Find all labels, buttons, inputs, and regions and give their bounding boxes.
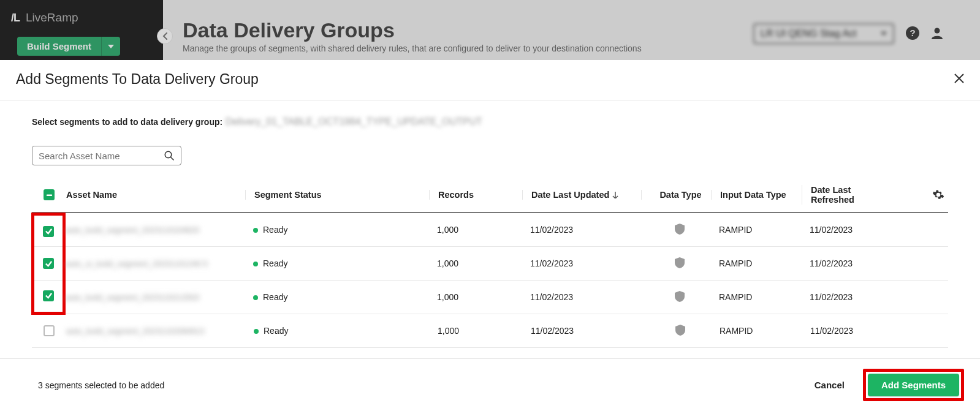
row-checkbox-cell — [32, 314, 66, 347]
add-segments-button[interactable]: Add Segments — [868, 374, 959, 396]
svg-point-3 — [165, 151, 172, 158]
add-segments-modal: Add Segments To Data Delivery Group Sele… — [0, 60, 980, 411]
table-row[interactable]: auto_build_segment_2023110212503Ready1,0… — [32, 281, 948, 314]
table-row[interactable]: auto_build_segment_2023110104920Ready1,0… — [32, 213, 948, 247]
cell-date-updated: 11/02/2023 — [522, 225, 640, 235]
cell-data-type — [640, 291, 710, 304]
row-checkbox[interactable] — [44, 325, 55, 336]
cell-input-data-type: RAMPID — [710, 225, 801, 235]
table-row[interactable]: auto_build_segment_20231102084913Ready1,… — [32, 314, 948, 348]
shield-icon — [675, 325, 685, 336]
col-data-type[interactable]: Data Type — [641, 190, 711, 200]
search-input[interactable] — [39, 151, 164, 161]
cell-segment-status: Ready — [245, 258, 428, 268]
cell-records: 1,000 — [428, 292, 522, 302]
search-icon — [164, 150, 175, 161]
col-date-last-refreshed[interactable]: Date Last Refreshed — [802, 185, 892, 205]
col-asset-name[interactable]: Asset Name — [66, 190, 245, 200]
search-field[interactable] — [32, 146, 181, 165]
cell-date-refreshed: 11/02/2023 — [801, 258, 892, 268]
cell-date-updated: 11/02/2023 — [522, 292, 640, 302]
col-records[interactable]: Records — [429, 190, 522, 200]
cell-asset-name: auto_build_segment_2023110212503 — [66, 292, 245, 302]
status-text: Ready — [263, 292, 287, 302]
delivery-group-name: Delivery_01_TABLE_OCT1984_TYPE_UPDATE_OU… — [226, 116, 482, 127]
cell-records: 1,000 — [428, 225, 522, 235]
cell-date-updated: 11/02/2023 — [522, 326, 641, 336]
modal-header: Add Segments To Data Delivery Group — [0, 60, 980, 100]
modal-footer: 3 segments selected to be added Cancel A… — [0, 358, 980, 411]
instruction-prefix: Select segments to add to data delivery … — [32, 117, 222, 127]
cell-date-refreshed: 11/02/2023 — [801, 225, 892, 235]
add-segments-highlight: Add Segments — [863, 369, 964, 401]
cell-data-type — [640, 224, 710, 236]
col-segment-status[interactable]: Segment Status — [245, 190, 429, 200]
asset-name-value: auto_build_segment_20231102084913 — [66, 326, 205, 336]
shield-icon — [675, 257, 685, 268]
select-all-checkbox[interactable] — [44, 189, 55, 200]
cell-date-updated: 11/02/2023 — [522, 258, 640, 268]
svg-line-4 — [170, 157, 173, 160]
cell-date-refreshed: 11/02/2023 — [801, 292, 892, 302]
cell-date-refreshed: 11/02/2023 — [802, 326, 892, 336]
close-button[interactable] — [954, 72, 964, 86]
status-dot-icon — [253, 228, 258, 233]
cell-data-type — [641, 325, 711, 337]
modal-title: Add Segments To Data Delivery Group — [16, 71, 259, 88]
status-dot-icon — [253, 262, 258, 266]
table-body: auto_build_segment_2023110104920Ready1,0… — [32, 213, 948, 348]
status-text: Ready — [263, 225, 287, 235]
cell-asset-name: auto_build_segment_2023110104920 — [66, 225, 245, 235]
gear-icon[interactable] — [932, 189, 944, 201]
shield-icon — [675, 224, 685, 235]
row-checkbox-cell — [31, 246, 66, 281]
asset-name-value: auto_build_segment_2023110104920 — [66, 225, 199, 235]
col-date-last-updated[interactable]: Date Last Updated — [522, 190, 641, 200]
row-checkbox[interactable] — [43, 226, 54, 237]
status-dot-icon — [254, 329, 259, 334]
shield-icon — [675, 291, 685, 302]
cell-asset-name: auto_build_segment_20231102084913 — [66, 326, 245, 336]
selection-count: 3 segments selected to be added — [38, 380, 164, 390]
asset-name-value: auto_build_segment_2023110212503 — [66, 293, 199, 302]
segments-table: Asset Name Segment Status Records Date L… — [32, 180, 948, 348]
cell-input-data-type: RAMPID — [710, 292, 801, 302]
modal-backdrop — [0, 0, 980, 60]
cell-segment-status: Ready — [245, 292, 428, 302]
sort-desc-icon — [612, 191, 619, 198]
cell-segment-status: Ready — [245, 225, 428, 235]
cell-data-type — [640, 257, 710, 270]
row-checkbox-cell — [31, 280, 66, 315]
close-icon — [954, 74, 964, 83]
row-checkbox[interactable] — [43, 258, 54, 269]
col-date-last-updated-label: Date Last Updated — [531, 190, 609, 200]
asset-name-value: auto_ui_build_segment_20231101240 5 — [66, 259, 208, 268]
modal-body: Select segments to add to data delivery … — [0, 100, 980, 358]
table-row[interactable]: auto_ui_build_segment_20231101240 5Ready… — [32, 247, 948, 281]
row-checkbox[interactable] — [43, 290, 54, 301]
cell-asset-name: auto_ui_build_segment_20231101240 5 — [66, 258, 245, 268]
status-text: Ready — [264, 326, 288, 336]
cell-input-data-type: RAMPID — [710, 258, 801, 268]
cell-input-data-type: RAMPID — [711, 326, 802, 336]
cancel-button[interactable]: Cancel — [810, 374, 849, 396]
table-header: Asset Name Segment Status Records Date L… — [32, 180, 948, 213]
modal-instruction: Select segments to add to data delivery … — [32, 116, 948, 127]
cell-records: 1,000 — [429, 326, 522, 336]
status-text: Ready — [263, 258, 287, 268]
cell-records: 1,000 — [428, 258, 522, 268]
cell-segment-status: Ready — [245, 326, 429, 336]
row-checkbox-cell — [31, 213, 66, 247]
col-input-data-type[interactable]: Input Data Type — [711, 190, 802, 200]
status-dot-icon — [253, 295, 258, 300]
svg-rect-5 — [46, 194, 51, 195]
